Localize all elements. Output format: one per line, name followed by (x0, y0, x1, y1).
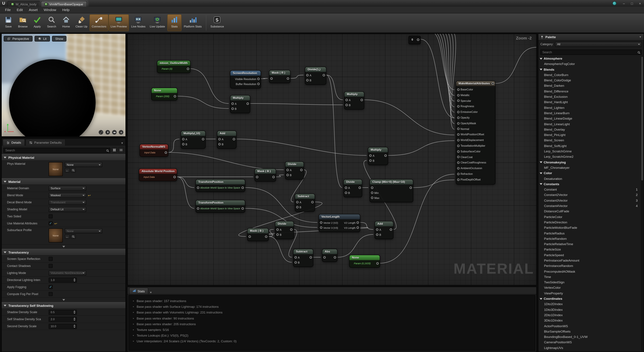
input-pin[interactable] (182, 138, 184, 140)
browse-to-asset-icon[interactable] (71, 234, 76, 239)
output-pin[interactable] (323, 74, 325, 76)
palette-group-coordinates[interactable]: Coordinates (538, 296, 641, 302)
input-pin[interactable] (457, 156, 460, 158)
palette-item-blend-pinlight[interactable]: Blend_PinLight (538, 132, 641, 138)
toolbar-live-update-button[interactable]: Live Update (148, 14, 167, 31)
spinner-down-icon[interactable] (74, 320, 76, 321)
subsurface-profile-dropdown[interactable]: None (65, 228, 102, 233)
node-none-25[interactable]: NoneParam (0,1633) (349, 255, 380, 268)
palette-item-blend-difference[interactable]: Blend_Difference (538, 89, 641, 94)
node-mask-b-22[interactable]: Mask ( B ) (247, 228, 269, 241)
input-pin[interactable] (218, 138, 221, 140)
output-pin[interactable] (356, 226, 359, 229)
palette-group-blends[interactable]: Blends (538, 67, 641, 72)
input-pin[interactable] (376, 228, 378, 231)
palette-item-blend-linearlight[interactable]: Blend_LinearLight (538, 121, 641, 127)
node-multiply-27[interactable]: MultiplyAB (368, 147, 388, 165)
output-pin[interactable] (257, 78, 260, 80)
palette-item-particleradius[interactable]: ParticleRadius (538, 231, 641, 236)
preview-viewport[interactable]: PerspectiveLitShow (1, 33, 126, 137)
output-pin[interactable] (384, 154, 387, 157)
input-pin[interactable] (182, 143, 184, 145)
node-transformposition-13[interactable]: TransformPositionAbsolute World Space to… (196, 179, 245, 192)
palette-search-input[interactable] (540, 50, 642, 55)
menu-item-window[interactable]: Window (41, 7, 59, 13)
revert-to-default-icon[interactable]: ↩ (88, 193, 91, 197)
output-pin[interactable] (272, 176, 275, 178)
input-pin[interactable] (296, 206, 298, 208)
palette-item-constant[interactable]: Constant1 (538, 187, 641, 192)
spinner-arrows[interactable] (74, 278, 76, 282)
toolbar-save-button[interactable]: Save (1, 14, 16, 31)
viewport-perspective-button[interactable]: Perspective (4, 36, 32, 41)
feedback-icon[interactable] (612, 1, 616, 5)
chevron-down-icon[interactable]: ▼ (121, 142, 124, 146)
input-pin[interactable] (369, 154, 372, 157)
node-divide-16[interactable]: DivideAB (285, 162, 304, 179)
palette-group-color[interactable]: Color (538, 171, 641, 176)
output-pin[interactable] (257, 83, 260, 85)
input-pin[interactable] (248, 235, 251, 238)
input-pin[interactable] (457, 128, 460, 130)
input-pin[interactable] (457, 134, 460, 136)
input-pin[interactable] (345, 191, 347, 194)
output-pin[interactable] (174, 176, 176, 178)
palette-item-particlerelativetime[interactable]: ParticleRelativeTime (538, 241, 641, 247)
output-pin[interactable] (334, 256, 336, 259)
palette-item-camerapositionws[interactable]: CameraPositionWS (538, 340, 641, 345)
palette-item-boundingboxbased-0-1-uvw[interactable]: BoundingBoxBased_0-1_UVW (538, 334, 641, 340)
output-pin[interactable] (187, 67, 189, 70)
chevron-down-icon[interactable]: ▼ (150, 291, 152, 294)
palette-item-particlespeed[interactable]: ParticleSpeed (538, 252, 641, 258)
section-expander[interactable] (2, 244, 126, 249)
palette-item-particledirection[interactable]: ParticleDirection (538, 220, 641, 225)
input-pin[interactable] (457, 139, 460, 141)
category-dropdown[interactable]: All (555, 42, 642, 47)
node-mask-r-3[interactable]: Mask ( R ) (269, 70, 290, 83)
palette-item-blend-lineardodge[interactable]: Blend_LinearDodge (538, 116, 641, 122)
viewport-maximize-icon-button[interactable] (98, 130, 103, 135)
output-pin[interactable] (242, 186, 244, 189)
input-pin[interactable] (371, 186, 373, 189)
output-pin[interactable] (310, 256, 312, 259)
directional-lighting-inten-spinner[interactable]: 1.0 (49, 277, 77, 283)
spinner-up-icon[interactable] (74, 325, 76, 326)
node-clamp-min-0-max-10-19[interactable]: Clamp (Min=0) (Max=10)MinMax (370, 179, 413, 202)
input-pin[interactable] (276, 228, 279, 231)
node-0-0[interactable]: 0 (408, 36, 420, 44)
toolbar-live-preview-button[interactable]: Live Preview (109, 14, 129, 31)
input-pin[interactable] (457, 94, 460, 96)
node-add-10[interactable]: AddAB (217, 131, 236, 149)
input-pin[interactable] (218, 143, 221, 145)
node-divide-21[interactable]: DivideAB (275, 221, 294, 239)
input-pin[interactable] (369, 160, 372, 162)
section-header-material[interactable]: Material (2, 178, 126, 185)
use-selected-icon[interactable]: ← (65, 168, 70, 173)
input-pin[interactable] (323, 256, 326, 259)
palette-item-blursampleoffsets[interactable]: BlurSampleOffsets (538, 329, 641, 335)
palette-item-perinstancerandom[interactable]: PerInstanceRandom (538, 263, 641, 269)
pin-icon[interactable] (540, 35, 544, 39)
palette-item-blend-darken[interactable]: Blend_Darken (538, 83, 641, 89)
output-pin[interactable] (300, 169, 302, 171)
spinner-up-icon[interactable] (74, 318, 76, 319)
input-pin[interactable] (457, 145, 460, 147)
spinner-up-icon[interactable] (74, 311, 76, 312)
palette-group-constants[interactable]: Constants (538, 181, 641, 187)
close-icon[interactable]: × (636, 0, 644, 7)
input-pin[interactable] (296, 201, 298, 203)
phys-material-thumbnail[interactable]: None (49, 162, 63, 176)
node-subtract-17[interactable]: SubtractAB (295, 193, 315, 212)
node-mask-b-15[interactable]: Mask ( B ) (254, 169, 276, 181)
palette-item-blend-colorburn[interactable]: Blend_ColorBurn (538, 72, 641, 78)
palette-item-blend-screen[interactable]: Blend_Screen (538, 138, 641, 143)
palette-group-chromakeying[interactable]: Chromakeying (538, 160, 641, 165)
use-selected-icon[interactable]: ← (65, 234, 70, 239)
menu-item-help[interactable]: Help (59, 7, 72, 13)
palette-item-particlerandom[interactable]: ParticleRandom (538, 236, 641, 242)
input-pin[interactable] (457, 100, 460, 102)
two-sided-checkbox[interactable] (49, 214, 53, 218)
section-header-physical-material[interactable]: Physical Material (2, 154, 126, 161)
decal-blend-mode-dropdown[interactable]: Translucent (49, 200, 86, 205)
toolbar-live-nodes-button[interactable]: Live Nodes (129, 14, 148, 31)
